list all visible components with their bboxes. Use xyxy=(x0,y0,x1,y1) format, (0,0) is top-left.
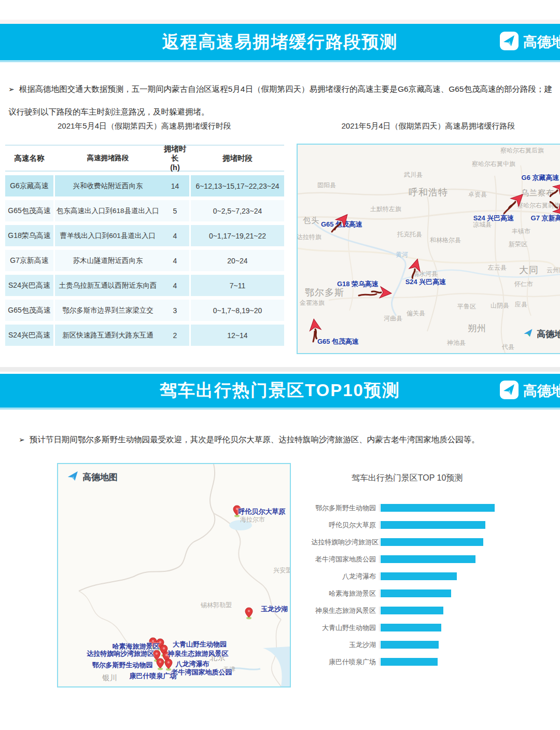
bullet-arrow-icon: ➢ xyxy=(8,85,15,93)
map-place-label: 山阴县 xyxy=(491,301,509,310)
map-place-label: 平鲁区 xyxy=(457,302,476,311)
table-row: S24兴巴高速新区快速路互通到大路东互通212~14 xyxy=(5,325,284,346)
table-header-cell: 高速拥堵路段 xyxy=(55,146,161,171)
section-separator xyxy=(0,367,560,372)
table-cell: S24兴巴高速 xyxy=(5,275,53,296)
table-cell: 6~12,13~15,17~22,23~24 xyxy=(191,175,284,196)
map-place-label: 卓资县 xyxy=(468,190,487,199)
table-cell: 4 xyxy=(161,225,189,246)
table-cell: 0~1,17~19,21~22 xyxy=(191,225,284,246)
table-cell: 2 xyxy=(161,325,189,346)
map-place-label: 土默特左旗 xyxy=(370,205,401,214)
bar xyxy=(381,504,495,512)
map-place-label: 怀仁市 xyxy=(514,280,533,289)
table-cell: 曹羊线出入口到601县道出入口 xyxy=(55,225,161,246)
bar xyxy=(381,521,485,529)
map-place-label: 丰镇市 xyxy=(512,227,530,236)
table-header-cell: 拥堵时段 xyxy=(191,146,284,171)
map-poi-label: 鄂尔多斯野生动物园 xyxy=(92,661,153,670)
table-cell: 苏木山隧道附近西向东 xyxy=(55,250,161,271)
bar-row: 玉龙沙湖 xyxy=(311,636,560,653)
amap-logo: 高德地图 xyxy=(499,31,560,53)
bar-row: 哈素海旅游景区 xyxy=(311,585,560,602)
map1-watermark-text: 高德地图 xyxy=(537,328,560,340)
table-cell: 7~11 xyxy=(191,275,284,296)
map-place-label: 朔州 xyxy=(468,322,486,334)
top-separator xyxy=(0,20,560,24)
map-place-label: 兴安盟 xyxy=(273,566,291,575)
bar-row: 康巴什喷泉广场 xyxy=(311,653,560,670)
bar-row: 大青山野生动物园 xyxy=(311,619,560,636)
map-place-label: 神池县 xyxy=(447,339,466,347)
map-poi-label: 大青山野生动物园 xyxy=(173,640,227,649)
infographic-page: 返程高速易拥堵缓行路段预测 高德地图 ➢根据高德地图交通大数据预测，五一期间内蒙… xyxy=(0,0,560,730)
table-header-cell: 拥堵时长 (h) xyxy=(161,146,189,171)
table-cell: G7京新高速 xyxy=(5,250,53,271)
table-row: G7京新高速苏木山隧道附近西向东420~24 xyxy=(5,250,284,271)
table-cell: G18荣乌高速 xyxy=(5,225,53,246)
bar-track xyxy=(379,589,560,597)
congestion-table-rows: G6京藏高速兴和收费站附近西向东146~12,13~15,17~22,23~24… xyxy=(5,175,284,346)
map-place-label: 代县 xyxy=(502,343,514,352)
map-place-label: 察哈尔右翼后旗 xyxy=(500,146,544,155)
table-row: G65包茂高速鄂尔多斯市边界到兰家梁立交30~1,7~8,19~20 xyxy=(5,300,284,321)
bar-row: 八龙湾瀑布 xyxy=(311,568,560,585)
chart-title: 驾车出行热门景区TOP 10预测 xyxy=(311,473,503,484)
map-place-label: 左云县 xyxy=(488,263,507,272)
bar-label: 鄂尔多斯野生动物园 xyxy=(311,503,379,513)
amap-logo: 高德地图 xyxy=(499,380,560,402)
table-cell: 包东高速出入口到618县道出入口 xyxy=(55,200,161,221)
section1-intro: ➢根据高德地图交通大数据预测，五一期间内蒙古自治区返程5月4日（假期第四天）易拥… xyxy=(8,78,559,123)
map-place-label: 固阳县 xyxy=(317,181,336,190)
table-cell: 土贵乌拉新互通以西附近东向西 xyxy=(55,275,161,296)
bar-track xyxy=(379,572,560,580)
amap-plane-icon xyxy=(499,380,519,402)
bar-label: 大青山野生动物园 xyxy=(311,623,379,633)
map-poi-label: 呼伦贝尔大草原 xyxy=(239,507,286,516)
map-highway-label: S24 兴巴高速 xyxy=(473,214,514,223)
map-place-label: 应县 xyxy=(515,300,527,309)
top10-bar-chart: 驾车出行热门景区TOP 10预测 鄂尔多斯野生动物园呼伦贝尔大草原达拉特旗响沙湾… xyxy=(311,473,560,670)
table-cell: 3 xyxy=(161,300,189,321)
map-poi-label: 玉龙沙湖 xyxy=(261,605,288,614)
bar xyxy=(381,624,441,631)
table-cell: G65包茂高速 xyxy=(5,300,53,321)
table-cell: 0~1,7~8,19~20 xyxy=(191,300,284,321)
table-row: G18荣乌高速曹羊线出入口到601县道出入口40~1,17~19,21~22 xyxy=(5,225,284,246)
bar-label: 达拉特旗响沙湾旅游区 xyxy=(311,538,379,547)
map-highway-label: G65 包茂高速 xyxy=(317,337,359,346)
bar-track xyxy=(379,607,560,614)
map-pin-icon xyxy=(245,607,253,620)
bar-track xyxy=(379,521,560,529)
bar xyxy=(381,538,483,546)
bar-rows: 鄂尔多斯野生动物园呼伦贝尔大草原达拉特旗响沙湾旅游区老牛湾国家地质公园八龙湾瀑布… xyxy=(311,499,560,670)
map-place-label: 大同 xyxy=(519,264,539,276)
map-place-label: 呼和浩特 xyxy=(409,186,448,199)
map-place-label: 海拉尔市 xyxy=(240,515,265,524)
section2-banner: 驾车出行热门景区TOP10预测 高德地图 xyxy=(0,374,560,410)
map-place-label: 银川 xyxy=(102,673,118,683)
bar-track xyxy=(379,658,560,666)
table-cell: 鄂尔多斯市边界到兰家梁立交 xyxy=(55,300,161,321)
table-cell: G65包茂高速 xyxy=(5,200,53,221)
table-row: G6京藏高速兴和收费站附近西向东146~12,13~15,17~22,23~24 xyxy=(5,175,284,196)
table-cell: 12~14 xyxy=(191,325,284,346)
table-cell: 4 xyxy=(161,275,189,296)
map-place-label: 黄河 xyxy=(396,250,408,259)
section1-title: 返程高速易拥堵缓行路段预测 xyxy=(162,31,398,54)
bar xyxy=(381,589,451,597)
bar-row: 神泉生态旅游风景区 xyxy=(311,602,560,619)
map-highway-label: G6 京藏高速 xyxy=(522,173,559,182)
bar-track xyxy=(379,624,560,631)
amap-logo-text: 高德地图 xyxy=(523,33,560,51)
bar-label: 老牛湾国家地质公园 xyxy=(311,555,379,564)
map-poi-label: 达拉特旗响沙湾旅游区 xyxy=(87,649,154,658)
table-cell: 兴和收费站附近西向东 xyxy=(55,175,161,196)
bar xyxy=(381,658,438,666)
table-title: 2021年5月4日（假期第四天）高速易拥堵缓行时段 xyxy=(0,121,289,131)
section2-intro-text: 预计节日期间鄂尔多斯野生动物园最受欢迎，其次是呼伦贝尔大草原、达拉特旗响沙湾旅游… xyxy=(30,435,480,444)
bar-track xyxy=(379,538,560,546)
table-cell: 0~2,5~7,23~24 xyxy=(191,200,284,221)
map-place-label: 新荣区 xyxy=(509,240,527,249)
map1-roads-layer xyxy=(298,145,560,353)
